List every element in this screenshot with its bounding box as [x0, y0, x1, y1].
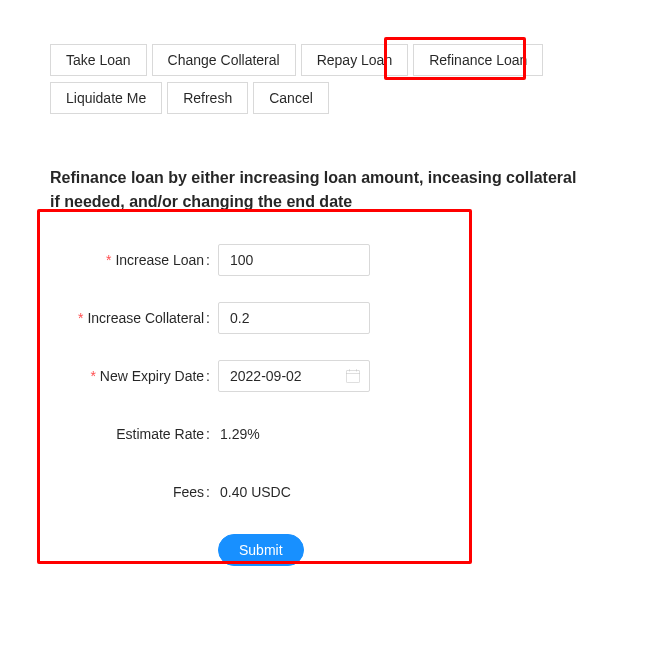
- increase-loan-input[interactable]: [218, 244, 370, 276]
- label-estimate-rate: Estimate Rate: [60, 426, 218, 442]
- label-new-expiry: *New Expiry Date: [60, 368, 218, 384]
- new-expiry-date-input[interactable]: [218, 360, 370, 392]
- label-increase-collateral: *Increase Collateral: [60, 310, 218, 326]
- tab-change-collateral[interactable]: Change Collateral: [152, 44, 296, 76]
- label-fees: Fees: [60, 484, 218, 500]
- tab-liquidate-me[interactable]: Liquidate Me: [50, 82, 162, 114]
- fees-value: 0.40 USDC: [218, 484, 291, 500]
- tab-refinance-loan[interactable]: Refinance Loan: [413, 44, 543, 76]
- estimate-rate-value: 1.29%: [218, 426, 260, 442]
- tab-take-loan[interactable]: Take Loan: [50, 44, 147, 76]
- increase-collateral-input[interactable]: [218, 302, 370, 334]
- label-increase-loan: *Increase Loan: [60, 252, 218, 268]
- tab-refresh[interactable]: Refresh: [167, 82, 248, 114]
- tab-cancel[interactable]: Cancel: [253, 82, 329, 114]
- section-title: Refinance loan by either increasing loan…: [50, 166, 590, 214]
- tab-repay-loan[interactable]: Repay Loan: [301, 44, 409, 76]
- action-tabbar: Take Loan Change Collateral Repay Loan R…: [50, 44, 615, 120]
- submit-button[interactable]: Submit: [218, 534, 304, 566]
- refinance-loan-panel: Take Loan Change Collateral Repay Loan R…: [0, 0, 649, 645]
- refinance-form: *Increase Loan *Increase Collateral *New…: [50, 224, 472, 584]
